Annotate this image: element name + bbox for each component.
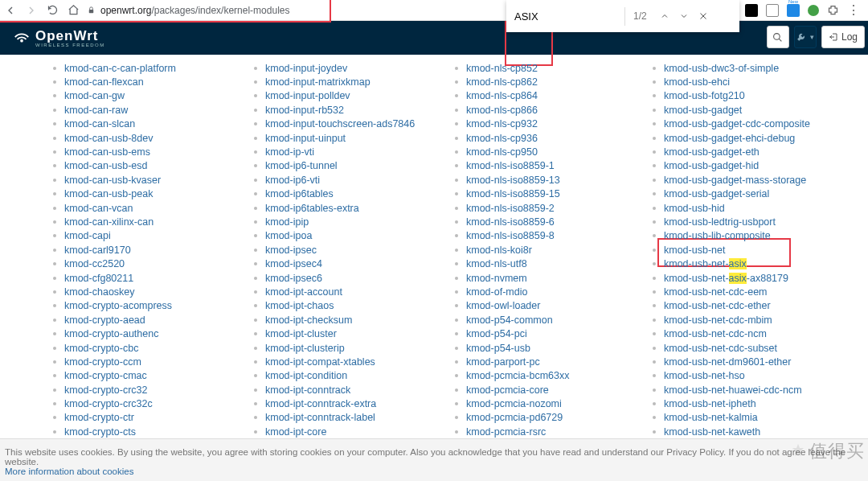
- package-link[interactable]: kmod-can-usb-esd: [64, 160, 148, 171]
- package-link[interactable]: kmod-chaoskey: [64, 286, 135, 298]
- package-link[interactable]: kmod-crypto-aead: [64, 314, 145, 326]
- package-link[interactable]: kmod-ipt-conntrack: [265, 384, 350, 396]
- package-link[interactable]: kmod-nls-cp936: [466, 133, 538, 144]
- package-link[interactable]: kmod-nls-iso8859-6: [466, 216, 555, 228]
- back-icon[interactable]: [3, 3, 18, 18]
- package-link[interactable]: kmod-crypto-cts: [64, 426, 136, 438]
- package-link[interactable]: kmod-input-uinput: [265, 133, 346, 144]
- package-link[interactable]: kmod-input-matrixkmap: [265, 76, 371, 88]
- package-link[interactable]: kmod-usb-net-ipheth: [664, 398, 756, 409]
- forward-icon[interactable]: [24, 3, 39, 18]
- package-link[interactable]: kmod-p54-common: [466, 314, 553, 326]
- ext-icon[interactable]: [745, 4, 758, 17]
- package-link[interactable]: kmod-crypto-authenc: [64, 328, 158, 339]
- package-link[interactable]: kmod-ipt-compat-xtables: [265, 356, 375, 368]
- package-link[interactable]: kmod-usb-ehci: [664, 76, 730, 88]
- package-link[interactable]: kmod-usb-net-huawei-cdc-ncm: [664, 384, 802, 396]
- reload-icon[interactable]: [45, 3, 59, 18]
- package-link[interactable]: kmod-p54-pci: [466, 328, 527, 339]
- package-link[interactable]: kmod-usb-net-asix: [664, 258, 747, 269]
- package-link[interactable]: kmod-pcmcia-pd6729: [466, 412, 563, 423]
- package-link[interactable]: kmod-crypto-cmac: [64, 370, 147, 381]
- package-link[interactable]: kmod-ipoa: [265, 230, 312, 241]
- package-link[interactable]: kmod-ipt-clusterip: [265, 343, 345, 354]
- package-link[interactable]: kmod-usb-ledtrig-usbport: [664, 216, 776, 228]
- package-link[interactable]: kmod-cfg80211: [64, 273, 133, 284]
- package-link[interactable]: kmod-usb-net-cdc-ncm: [664, 328, 767, 339]
- package-link[interactable]: kmod-usb-gadget-cdc-composite: [664, 118, 810, 130]
- package-link[interactable]: kmod-usb-net-kaweth: [664, 426, 760, 438]
- package-link[interactable]: kmod-usb-net: [664, 245, 725, 256]
- login-button[interactable]: Log: [821, 26, 865, 48]
- package-link[interactable]: kmod-ipsec: [265, 245, 317, 256]
- package-link[interactable]: kmod-nls-cp852: [466, 63, 538, 74]
- package-link[interactable]: kmod-capi: [64, 230, 111, 241]
- puzzle-icon[interactable]: [827, 4, 839, 16]
- package-link[interactable]: kmod-input-touchscreen-ads7846: [265, 118, 415, 130]
- package-link[interactable]: kmod-pcmcia-nozomi: [466, 398, 562, 409]
- package-link[interactable]: kmod-nls-iso8859-8: [466, 230, 555, 241]
- package-link[interactable]: kmod-usb-gadget-ehci-debug: [664, 133, 795, 144]
- package-link[interactable]: kmod-can-usb-8dev: [64, 133, 153, 144]
- package-link[interactable]: kmod-crypto-crc32: [64, 384, 148, 396]
- package-link[interactable]: kmod-usb-hid: [664, 203, 725, 214]
- find-input[interactable]: [513, 7, 625, 26]
- package-link[interactable]: kmod-usb-gadget-serial: [664, 188, 769, 199]
- package-link[interactable]: kmod-nls-cp950: [466, 146, 538, 158]
- package-link[interactable]: kmod-pcmcia-bcm63xx: [466, 370, 570, 381]
- package-link[interactable]: kmod-cc2520: [64, 258, 125, 269]
- package-link[interactable]: kmod-nvmem: [466, 273, 527, 284]
- package-link[interactable]: kmod-usb-net-cdc-ether: [664, 300, 771, 311]
- menu-icon[interactable]: ⋮: [847, 2, 860, 18]
- package-link[interactable]: kmod-carl9170: [64, 245, 131, 256]
- package-link[interactable]: kmod-usb-net-kalmia: [664, 412, 758, 423]
- package-link[interactable]: kmod-can-flexcan: [64, 76, 144, 88]
- package-link[interactable]: kmod-nls-cp932: [466, 118, 538, 130]
- logo[interactable]: OpenWrtWIRELESS FREEDOM: [13, 28, 105, 47]
- package-link[interactable]: kmod-crypto-acompress: [64, 300, 172, 311]
- package-link[interactable]: kmod-nls-iso8859-15: [466, 188, 560, 199]
- package-link[interactable]: kmod-can-slcan: [64, 118, 135, 130]
- tools-button[interactable]: ▾: [794, 26, 817, 48]
- package-link[interactable]: kmod-ip6-tunnel: [265, 160, 338, 171]
- package-link[interactable]: kmod-pcmcia-rsrc: [466, 426, 546, 438]
- package-link[interactable]: kmod-crypto-cbc: [64, 343, 138, 354]
- package-link[interactable]: kmod-of-mdio: [466, 286, 527, 298]
- package-link[interactable]: kmod-ip6tables: [265, 188, 334, 199]
- package-link[interactable]: kmod-can-xilinx-can: [64, 216, 154, 228]
- ext-icon[interactable]: New: [787, 4, 800, 17]
- package-link[interactable]: kmod-ipt-chaos: [265, 300, 334, 311]
- package-link[interactable]: kmod-usb-gadget-eth: [664, 146, 760, 158]
- package-link[interactable]: kmod-ipt-condition: [265, 370, 347, 381]
- cookie-more-link[interactable]: More information about cookies: [5, 467, 133, 476]
- package-link[interactable]: kmod-ipip: [265, 216, 309, 228]
- address-bar[interactable]: openwrt.org/packages/index/kernel-module…: [87, 5, 289, 16]
- package-link[interactable]: kmod-input-joydev: [265, 63, 347, 74]
- package-link[interactable]: kmod-usb-dwc3-of-simple: [664, 63, 779, 74]
- package-link[interactable]: kmod-nls-iso8859-1: [466, 160, 555, 171]
- package-link[interactable]: kmod-usb-lib-composite: [664, 230, 771, 241]
- package-link[interactable]: kmod-pcmcia-core: [466, 384, 549, 396]
- home-icon[interactable]: [66, 3, 80, 18]
- package-link[interactable]: kmod-nls-iso8859-2: [466, 203, 555, 214]
- package-link[interactable]: kmod-ip-vti: [265, 146, 314, 158]
- package-link[interactable]: kmod-usb-gadget-mass-storage: [664, 175, 806, 186]
- ext-icon[interactable]: [808, 5, 819, 16]
- search-button[interactable]: [767, 26, 789, 48]
- package-link[interactable]: kmod-can-c-can-platform: [64, 63, 176, 74]
- package-link[interactable]: kmod-ipt-cluster: [265, 328, 337, 339]
- package-link[interactable]: kmod-usb-gadget: [664, 105, 742, 116]
- package-link[interactable]: kmod-usb-net-dm9601-ether: [664, 356, 791, 368]
- find-next-icon[interactable]: [674, 6, 694, 26]
- package-link[interactable]: kmod-can-raw: [64, 105, 128, 116]
- package-link[interactable]: kmod-usb-fotg210: [664, 90, 745, 101]
- find-prev-icon[interactable]: [655, 6, 674, 26]
- package-link[interactable]: kmod-nls-cp866: [466, 105, 538, 116]
- package-link[interactable]: kmod-ipsec6: [265, 273, 322, 284]
- package-link[interactable]: kmod-can-usb-peak: [64, 188, 153, 199]
- package-link[interactable]: kmod-usb-gadget-hid: [664, 160, 759, 171]
- package-link[interactable]: kmod-usb-net-cdc-eem: [664, 286, 768, 298]
- find-close-icon[interactable]: [694, 6, 713, 26]
- package-link[interactable]: kmod-input-rb532: [265, 105, 344, 116]
- package-link[interactable]: kmod-nls-koi8r: [466, 245, 532, 256]
